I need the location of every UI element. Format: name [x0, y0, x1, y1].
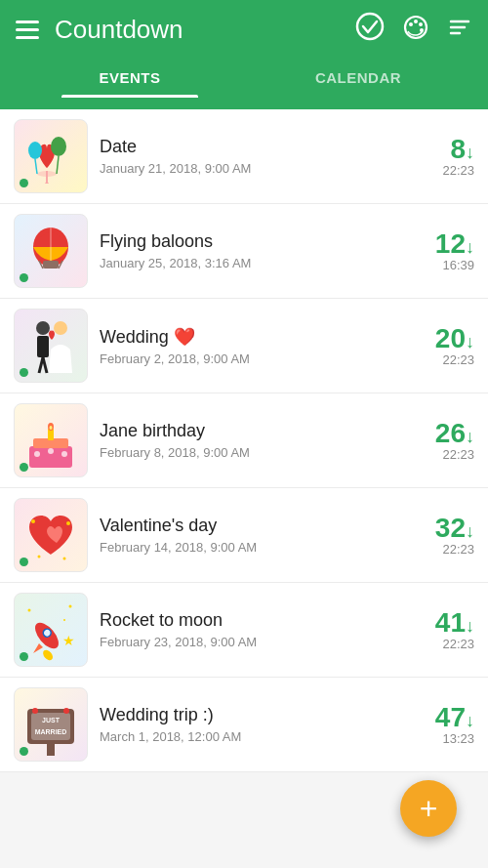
svg-point-30: [34, 451, 40, 457]
svg-text:JUST: JUST: [42, 717, 61, 723]
svg-point-49: [32, 708, 38, 714]
event-info: Valentine's day February 14, 2018, 9:00 …: [88, 516, 406, 555]
svg-line-14: [35, 159, 37, 174]
event-countdown: 32↓ 22:23: [406, 515, 474, 557]
event-info: Wedding ❤️ February 2, 2018, 9:00 AM: [88, 326, 406, 366]
event-countdown: 12↓ 16:39: [406, 230, 474, 272]
event-countdown: 8↓ 22:23: [406, 136, 474, 178]
event-date: January 21, 2018, 9:00 AM: [100, 161, 394, 176]
svg-point-32: [61, 451, 67, 457]
list-item[interactable]: JUST MARRIED Wedding trip :) March 1, 20…: [0, 678, 488, 772]
palette-icon[interactable]: [402, 14, 429, 47]
event-countdown: 20↓ 22:23: [406, 325, 474, 367]
list-item[interactable]: ★ Rocket to moon February 23, 2018, 9:00…: [0, 583, 488, 678]
svg-text:MARRIED: MARRIED: [35, 728, 67, 735]
countdown-time: 22:23: [406, 542, 474, 557]
countdown-days: 12↓: [406, 230, 474, 258]
svg-point-4: [419, 22, 423, 26]
sort-icon[interactable]: [447, 15, 472, 46]
countdown-days: 20↓: [406, 325, 474, 352]
event-name: Valentine's day: [100, 516, 394, 536]
event-countdown: 41↓ 22:23: [406, 609, 474, 651]
svg-point-34: [66, 521, 70, 525]
countdown-days: 47↓: [406, 704, 474, 731]
svg-point-3: [414, 20, 418, 23]
check-icon[interactable]: [355, 12, 385, 48]
plus-icon: +: [420, 793, 438, 824]
svg-point-2: [409, 22, 413, 26]
event-info: Date January 21, 2018, 9:00 AM: [88, 137, 406, 176]
event-name: Date: [100, 137, 394, 157]
event-countdown: 26↓ 22:23: [406, 420, 474, 462]
svg-point-13: [28, 142, 42, 159]
event-info: Flying baloons January 25, 2018, 3:16 AM: [88, 231, 406, 270]
svg-point-50: [63, 708, 69, 714]
event-name: Jane birthday: [100, 421, 394, 441]
event-name: Wedding trip :): [100, 705, 394, 725]
svg-point-33: [31, 519, 35, 523]
event-thumbnail: [14, 498, 88, 572]
svg-point-20: [36, 321, 50, 335]
event-info: Rocket to moon February 23, 2018, 9:00 A…: [88, 610, 406, 649]
list-item[interactable]: Wedding ❤️ February 2, 2018, 9:00 AM 20↓…: [0, 299, 488, 393]
svg-line-23: [43, 357, 47, 373]
event-info: Jane birthday February 8, 2018, 9:00 AM: [88, 421, 406, 460]
event-countdown: 47↓ 13:23: [406, 704, 474, 746]
event-date: February 8, 2018, 9:00 AM: [100, 445, 394, 460]
event-thumbnail: JUST MARRIED: [14, 687, 88, 762]
event-thumbnail: [14, 403, 88, 477]
event-thumbnail: [14, 309, 88, 383]
tab-events[interactable]: EVENTS: [16, 60, 244, 98]
svg-point-29: [50, 426, 53, 430]
svg-point-24: [54, 321, 67, 335]
header-actions: [355, 12, 472, 48]
list-item[interactable]: Valentine's day February 14, 2018, 9:00 …: [0, 488, 488, 583]
svg-rect-16: [43, 261, 59, 269]
svg-rect-21: [37, 336, 49, 357]
event-name: Wedding ❤️: [100, 326, 394, 348]
list-item[interactable]: Flying baloons January 25, 2018, 3:16 AM…: [0, 204, 488, 299]
list-item[interactable]: Jane birthday February 8, 2018, 9:00 AM …: [0, 393, 488, 488]
svg-point-11: [51, 137, 66, 156]
app-header: Countdown: [0, 0, 488, 109]
svg-text:★: ★: [62, 633, 75, 648]
svg-point-39: [63, 619, 65, 621]
countdown-time: 22:23: [406, 447, 474, 462]
svg-point-35: [38, 556, 41, 558]
svg-point-36: [63, 558, 66, 560]
svg-rect-48: [47, 744, 55, 756]
event-name: Flying baloons: [100, 231, 394, 252]
app-title: Countdown: [55, 15, 355, 45]
countdown-days: 32↓: [406, 515, 474, 542]
svg-point-31: [48, 448, 54, 454]
countdown-time: 22:23: [406, 352, 474, 367]
tab-calendar[interactable]: CALENDAR: [244, 60, 472, 98]
countdown-days: 8↓: [406, 136, 474, 163]
list-item[interactable]: Date January 21, 2018, 9:00 AM 8↓ 22:23: [0, 109, 488, 204]
event-date: February 2, 2018, 9:00 AM: [100, 351, 394, 366]
event-thumbnail: [14, 119, 88, 193]
svg-line-12: [57, 156, 59, 174]
countdown-time: 13:23: [406, 731, 474, 746]
event-date: March 1, 2018, 12:00 AM: [100, 729, 394, 744]
event-date: February 14, 2018, 9:00 AM: [100, 540, 394, 555]
add-event-button[interactable]: +: [400, 780, 457, 837]
event-thumbnail: ★: [14, 593, 88, 667]
header-top-row: Countdown: [16, 12, 472, 48]
countdown-days: 41↓: [406, 609, 474, 637]
menu-icon[interactable]: [16, 21, 39, 39]
countdown-time: 22:23: [406, 163, 474, 178]
event-name: Rocket to moon: [100, 610, 394, 631]
countdown-days: 26↓: [406, 420, 474, 447]
event-date: January 25, 2018, 3:16 AM: [100, 256, 394, 270]
countdown-time: 22:23: [406, 637, 474, 651]
tabs-bar: EVENTS CALENDAR: [16, 60, 472, 98]
svg-point-0: [357, 14, 383, 39]
event-date: February 23, 2018, 9:00 AM: [100, 635, 394, 649]
event-info: Wedding trip :) March 1, 2018, 12:00 AM: [88, 705, 406, 744]
svg-point-37: [28, 609, 31, 612]
countdown-time: 16:39: [406, 258, 474, 272]
event-list: Date January 21, 2018, 9:00 AM 8↓ 22:23 …: [0, 109, 488, 772]
event-thumbnail: [14, 214, 88, 288]
svg-point-42: [41, 648, 55, 661]
